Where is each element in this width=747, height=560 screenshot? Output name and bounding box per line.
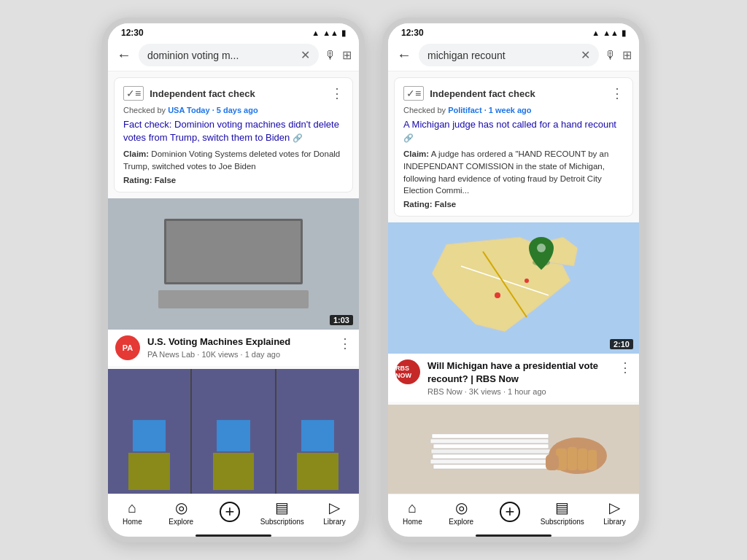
nav-subscriptions-2[interactable]: ▤ Subscriptions (541, 499, 584, 526)
video-title-3[interactable]: Will Michigan have a presidential vote r… (427, 359, 611, 385)
fact-check-claim-1: Claim: Dominion Voting Systems deleted v… (123, 148, 344, 172)
status-time-2: 12:30 (401, 28, 424, 38)
nav-explore-label-1: Explore (169, 518, 193, 526)
video-card-4 (388, 405, 639, 494)
video-duration-1: 1:03 (330, 315, 353, 325)
fact-check-source-2: Checked by Politifact · 1 week ago (403, 106, 624, 114)
claim-label-2: Claim: (403, 149, 429, 158)
fact-check-card-1: ✓≡ Independent fact check ⋮ Checked by U… (114, 77, 353, 192)
nav-home-1[interactable]: ⌂ Home (114, 499, 150, 526)
video-meta-3: Will Michigan have a presidential vote r… (427, 359, 611, 396)
nav-home-2[interactable]: ⌂ Home (394, 499, 430, 526)
fact-check-label-1: Independent fact check (150, 88, 255, 99)
svg-rect-14 (433, 454, 549, 459)
illus-desk-2 (213, 453, 255, 490)
external-link-icon-1: 🔗 (293, 133, 303, 142)
nav-add-1[interactable]: + (212, 502, 248, 524)
svg-rect-13 (431, 449, 550, 454)
svg-point-6 (525, 279, 529, 283)
svg-rect-15 (430, 459, 550, 464)
status-bar-1: 12:30 ▲ ▲▲ ▮ (108, 23, 359, 39)
fact-check-link-1[interactable]: Fact check: Dominion voting machines did… (123, 118, 344, 144)
video-info-row-3: RBS NOW Will Michigan have a presidentia… (388, 354, 639, 402)
nav-subscriptions-1[interactable]: ▤ Subscriptions (260, 499, 304, 526)
fact-check-source-time-2: · 1 week ago (482, 106, 532, 114)
svg-rect-19 (568, 447, 577, 470)
video-card-3: 2:10 RBS NOW Will Michigan have a presid… (388, 222, 639, 402)
mic-icon-2[interactable]: 🎙 (605, 49, 616, 62)
fact-check-rating-1: Rating: False (123, 176, 344, 184)
nav-library-2[interactable]: ▷ Library (597, 499, 633, 526)
phone-2: 12:30 ▲ ▲▲ ▮ ← michigan recount ✕ 🎙 ⊞ ✓≡… (382, 18, 645, 542)
claim-label-1: Claim: (123, 149, 149, 158)
back-button-1[interactable]: ← (115, 47, 133, 63)
claim-text-2: A judge has ordered a "HAND RECOUNT by a… (403, 149, 608, 195)
illustration-thumbnail (108, 369, 359, 494)
illus-desk-1 (128, 453, 170, 490)
signal-icon: ▲▲ (322, 28, 338, 37)
search-bar-2: ← michigan recount ✕ 🎙 ⊞ (388, 39, 639, 71)
wifi-icon-2: ▲ (592, 28, 600, 37)
fact-check-source-name-1: USA Today (168, 106, 209, 114)
illus-item-1 (108, 369, 192, 494)
video-thumb-4[interactable] (388, 405, 639, 494)
signal-icon-2: ▲▲ (603, 28, 619, 37)
nav-library-1[interactable]: ▷ Library (317, 499, 353, 526)
clear-icon-1[interactable]: ✕ (301, 48, 310, 62)
svg-rect-22 (546, 454, 559, 470)
fact-check-title-row-1: ✓≡ Independent fact check (123, 86, 255, 101)
more-options-1[interactable]: ⋮ (330, 85, 344, 101)
search-input-box-2[interactable]: michigan recount ✕ (419, 44, 599, 66)
nav-subs-label-2: Subscriptions (541, 518, 584, 526)
fact-check-icon-1: ✓≡ (123, 86, 144, 101)
search-input-box-1[interactable]: dominion voting m... ✕ (139, 44, 319, 66)
back-button-2[interactable]: ← (395, 47, 413, 63)
nav-lib-label-2: Library (603, 518, 626, 526)
svg-point-8 (537, 244, 546, 252)
fact-check-title-row-2: ✓≡ Independent fact check (403, 86, 535, 101)
fact-check-source-time-1: · 5 days ago (210, 106, 258, 114)
video-more-btn-1[interactable]: ⋮ (338, 335, 352, 351)
nav-add-2[interactable]: + (492, 502, 528, 524)
search-bar-1: ← dominion voting m... ✕ 🎙 ⊞ (108, 39, 359, 71)
library-icon-2: ▷ (609, 499, 620, 516)
search-text-1: dominion voting m... (147, 50, 296, 61)
illus-monitor-3 (301, 420, 334, 451)
illus-desk-3 (297, 453, 338, 490)
battery-icon: ▮ (341, 28, 346, 38)
video-meta-1: U.S. Voting Machines Explained PA News L… (147, 335, 331, 359)
battery-icon-2: ▮ (622, 28, 626, 38)
home-indicator-2 (476, 534, 551, 537)
channel-avatar-1: PA (115, 335, 140, 360)
ballots-thumbnail (388, 405, 639, 494)
video-thumb-1[interactable]: 1:03 (108, 198, 359, 330)
more-options-2[interactable]: ⋮ (611, 85, 624, 101)
video-thumb-3[interactable]: 2:10 (388, 222, 639, 354)
explore-icon-1: ◎ (175, 499, 187, 516)
svg-rect-11 (430, 439, 549, 443)
nav-home-label-2: Home (403, 518, 422, 526)
filter-icon-2[interactable]: ⊞ (622, 48, 632, 62)
video-more-btn-3[interactable]: ⋮ (619, 359, 632, 376)
nav-explore-2[interactable]: ◎ Explore (443, 499, 479, 526)
external-link-icon-2: 🔗 (403, 133, 414, 142)
clear-icon-2[interactable]: ✕ (581, 48, 590, 62)
bottom-nav-1: ⌂ Home ◎ Explore + ▤ Subscriptions ▷ Lib… (108, 494, 359, 532)
phone-1: 12:30 ▲ ▲▲ ▮ ← dominion voting m... ✕ 🎙 … (102, 18, 365, 542)
status-time-1: 12:30 (121, 28, 144, 38)
video-thumb-2[interactable] (108, 369, 359, 494)
fact-check-card-2: ✓≡ Independent fact check ⋮ Checked by P… (394, 77, 633, 217)
illus-item-2 (192, 369, 276, 494)
nav-subs-label-1: Subscriptions (260, 518, 304, 526)
video-title-1[interactable]: U.S. Voting Machines Explained (147, 335, 331, 349)
mic-icon-1[interactable]: 🎙 (325, 49, 336, 62)
bottom-nav-2: ⌂ Home ◎ Explore + ▤ Subscriptions ▷ Lib… (388, 494, 639, 532)
voting-machine-thumbnail (108, 198, 359, 330)
nav-home-label-1: Home (123, 518, 142, 526)
library-icon-1: ▷ (329, 499, 340, 516)
fact-check-link-2[interactable]: A Michigan judge has not called for a ha… (403, 118, 624, 144)
fact-check-rating-2: Rating: False (403, 200, 624, 209)
nav-explore-1[interactable]: ◎ Explore (163, 499, 199, 526)
home-indicator-1 (196, 534, 271, 537)
filter-icon-1[interactable]: ⊞ (342, 48, 352, 62)
